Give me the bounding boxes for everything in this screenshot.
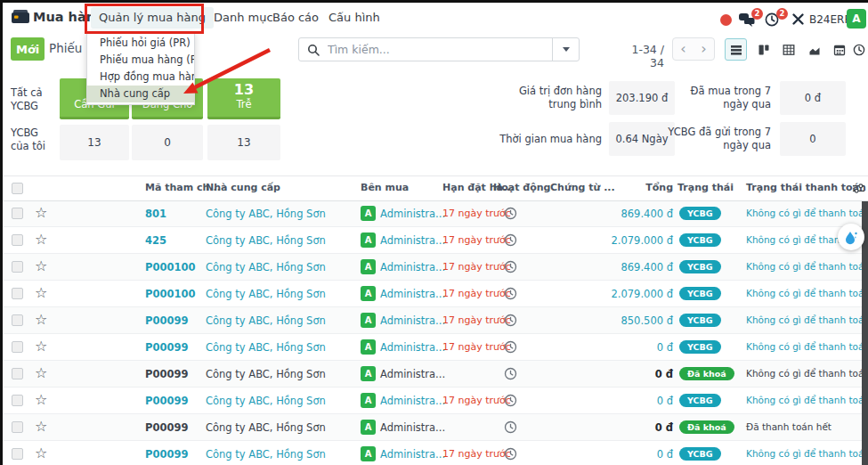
view-list-button[interactable] xyxy=(725,38,747,61)
star-icon[interactable]: ☆ xyxy=(35,418,47,435)
star-icon[interactable]: ☆ xyxy=(35,204,47,221)
star-icon[interactable]: ☆ xyxy=(35,257,47,274)
table-row[interactable]: ☆ P000100 Công ty ABC, Hồng Sơn A Admini… xyxy=(3,281,868,307)
supplier-link[interactable]: Công ty ABC, Hồng Sơn xyxy=(206,395,326,407)
tools-icon[interactable] xyxy=(791,12,805,29)
reference-link[interactable]: P00099 xyxy=(145,314,188,327)
row-checkbox[interactable] xyxy=(12,261,23,273)
select-all-checkbox[interactable] xyxy=(12,183,23,194)
search-box[interactable] xyxy=(298,37,580,61)
reference-link[interactable]: P000100 xyxy=(145,261,195,273)
dropdown-item-phieu-hoi-gia[interactable]: Phiếu hỏi giá (PR) xyxy=(87,35,194,52)
star-icon[interactable]: ☆ xyxy=(35,391,47,408)
view-kanban-button[interactable] xyxy=(752,38,775,61)
reference-link[interactable]: 425 xyxy=(145,234,166,247)
col-buyer[interactable]: Bên mua xyxy=(361,182,409,193)
activity-clock-icon[interactable] xyxy=(504,314,517,330)
supplier-link[interactable]: Công ty ABC, Hồng Sơn xyxy=(206,368,326,380)
table-row[interactable]: ☆ 425 Công ty ABC, Hồng Sơn A Administra… xyxy=(3,227,868,254)
supplier-link[interactable]: Công ty ABC, Hồng Sơn xyxy=(206,341,326,354)
row-checkbox[interactable] xyxy=(12,341,23,353)
activity-clock-icon[interactable] xyxy=(504,394,517,411)
new-button[interactable]: Mới xyxy=(11,37,45,61)
pager-prev-button[interactable]: ‹ xyxy=(673,38,694,60)
supplier-link[interactable]: Công ty ABC, Hồng Sơn xyxy=(206,448,326,461)
card-tre[interactable]: 13 Trễ xyxy=(207,78,280,119)
total-amount: 0 đ xyxy=(564,341,673,354)
supplier-link[interactable]: Công ty ABC, Hồng Sơn xyxy=(206,261,326,273)
supplier-link[interactable]: Công ty ABC, Hồng Sơn xyxy=(206,421,326,434)
reference-link[interactable]: P00099 xyxy=(145,421,188,434)
table-row[interactable]: ☆ P00099 Công ty ABC, Hồng Sơn A Adminis… xyxy=(3,441,868,465)
search-input[interactable] xyxy=(326,42,552,57)
row-checkbox[interactable] xyxy=(12,368,23,379)
row-checkbox[interactable] xyxy=(12,208,23,219)
reference-link[interactable]: 801 xyxy=(145,208,166,220)
supplier-link[interactable]: Công ty ABC, Hồng Sơn xyxy=(206,208,326,220)
reference-link[interactable]: P00099 xyxy=(145,368,188,380)
star-icon[interactable]: ☆ xyxy=(35,364,47,381)
star-icon[interactable]: ☆ xyxy=(35,284,47,301)
row-checkbox[interactable] xyxy=(12,395,23,406)
activity-clock-icon[interactable] xyxy=(504,233,517,250)
my-count-tre[interactable]: 13 xyxy=(207,125,280,160)
activity-clock-icon[interactable] xyxy=(504,447,517,464)
activity-clock-icon[interactable] xyxy=(504,207,517,224)
reference-link[interactable]: P00099 xyxy=(145,341,188,354)
col-supplier[interactable]: Nhà cung cấp xyxy=(206,182,280,193)
view-activity-button[interactable] xyxy=(848,38,868,61)
my-count-can-gui[interactable]: 13 xyxy=(60,125,129,160)
reference-link[interactable]: P000100 xyxy=(145,288,195,300)
activity-clock-icon[interactable] xyxy=(504,340,517,357)
col-documents[interactable]: Chứng từ ... xyxy=(550,182,615,193)
search-filter-dropdown[interactable] xyxy=(552,38,579,61)
star-icon[interactable]: ☆ xyxy=(35,231,47,248)
view-graph-button[interactable] xyxy=(803,38,825,61)
col-total[interactable]: Tổng xyxy=(617,182,673,193)
company-name[interactable]: B24ERP xyxy=(809,13,851,26)
view-pivot-button[interactable] xyxy=(777,38,799,61)
payment-status: Không có gì để thanh toán xyxy=(746,341,868,352)
column-settings-icon[interactable] xyxy=(852,182,865,198)
table-row[interactable]: ☆ P00099 Công ty ABC, Hồng Sơn A Adminis… xyxy=(3,414,868,441)
row-checkbox[interactable] xyxy=(12,421,23,433)
star-icon[interactable]: ☆ xyxy=(35,445,47,461)
table-row[interactable]: ☆ P00099 Công ty ABC, Hồng Sơn A Adminis… xyxy=(3,334,868,361)
activity-clock-icon[interactable] xyxy=(504,260,517,277)
row-checkbox[interactable] xyxy=(12,288,23,299)
row-checkbox[interactable] xyxy=(12,448,23,460)
due-date: 17 ngày trước xyxy=(442,395,511,406)
col-payment-status[interactable]: Trạng thái thanh toán xyxy=(746,182,866,193)
activity-clock-icon[interactable] xyxy=(504,367,517,384)
col-status[interactable]: Trạng thái xyxy=(677,182,734,193)
col-activity[interactable]: Hoạt động xyxy=(493,182,550,193)
table-row[interactable]: ☆ 801 Công ty ABC, Hồng Sơn A Administra… xyxy=(3,200,868,227)
reference-link[interactable]: P00099 xyxy=(145,395,188,407)
menu-quan-ly-mua-hang[interactable]: Quản lý mua hàng xyxy=(91,7,214,29)
row-checkbox[interactable] xyxy=(12,314,23,326)
dropdown-item-nha-cung-cap[interactable]: Nhà cung cấp xyxy=(87,86,194,102)
activity-clock-icon[interactable] xyxy=(504,420,517,437)
activity-clock-icon[interactable] xyxy=(504,287,517,304)
star-icon[interactable]: ☆ xyxy=(35,338,47,355)
table-row[interactable]: ☆ P00099 Công ty ABC, Hồng Sơn A Adminis… xyxy=(3,388,868,414)
reference-link[interactable]: P00099 xyxy=(145,448,188,461)
dropdown-item-hop-dong[interactable]: Hợp đồng mua hàng xyxy=(87,69,194,86)
table-row[interactable]: ☆ P000100 Công ty ABC, Hồng Sơn A Admini… xyxy=(3,254,868,281)
floating-download-widget[interactable] xyxy=(838,224,864,250)
table-row[interactable]: ☆ P00099 Công ty ABC, Hồng Sơn A Adminis… xyxy=(3,307,868,334)
pager-next-button[interactable]: › xyxy=(694,38,714,60)
buyer-name: Administra... xyxy=(380,288,445,300)
star-icon[interactable]: ☆ xyxy=(35,311,47,328)
row-checkbox[interactable] xyxy=(12,234,23,246)
table-row[interactable]: ☆ P00099 Công ty ABC, Hồng Sơn A Adminis… xyxy=(3,361,868,388)
my-count-dang-cho[interactable]: 0 xyxy=(132,125,203,160)
user-avatar[interactable]: A xyxy=(847,9,866,29)
supplier-link[interactable]: Công ty ABC, Hồng Sơn xyxy=(206,234,326,247)
supplier-link[interactable]: Công ty ABC, Hồng Sơn xyxy=(206,288,326,300)
menu-bao-cao[interactable]: Báo cáo xyxy=(264,7,327,29)
menu-cau-hinh[interactable]: Cấu hình xyxy=(320,7,388,29)
purchase-app-icon[interactable] xyxy=(11,9,30,29)
supplier-link[interactable]: Công ty ABC, Hồng Sơn xyxy=(206,314,326,327)
dropdown-item-phieu-mua-hang[interactable]: Phiếu mua hàng (PO) xyxy=(87,52,194,69)
